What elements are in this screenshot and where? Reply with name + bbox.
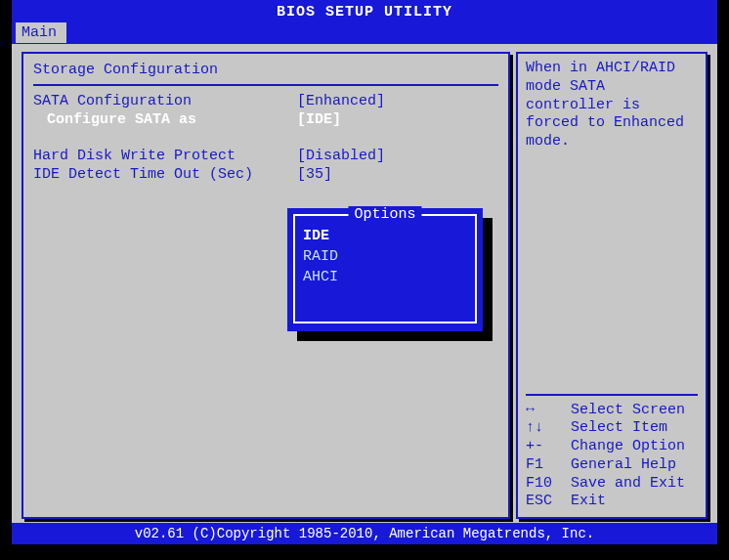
tab-row: Main bbox=[12, 22, 717, 44]
action: General Help bbox=[571, 456, 676, 475]
settings-panel: Storage Configuration SATA Configuration… bbox=[21, 52, 510, 519]
row-hd-write-protect[interactable]: Hard Disk Write Protect [Disabled] bbox=[23, 147, 508, 165]
key-row: F10 Save and Exit bbox=[526, 475, 698, 494]
app-title: BIOS SETUP UTILITY bbox=[277, 4, 452, 21]
help-text: When in AHCI/RAID mode SATA controller i… bbox=[526, 60, 698, 151]
row-sata-configuration[interactable]: SATA Configuration [Enhanced] bbox=[23, 92, 508, 110]
row-configure-sata-as[interactable]: Configure SATA as [IDE] bbox=[23, 110, 508, 129]
label: IDE Detect Time Out (Sec) bbox=[33, 166, 297, 183]
title-bar: BIOS SETUP UTILITY bbox=[12, 0, 717, 22]
value: [Enhanced] bbox=[297, 93, 385, 109]
popup-title: Options bbox=[348, 206, 421, 223]
divider bbox=[526, 394, 698, 396]
footer-text: v02.61 (C)Copyright 1985-2010, American … bbox=[135, 526, 594, 541]
key: +- bbox=[526, 438, 571, 456]
label: Configure SATA as bbox=[33, 111, 297, 128]
value: [35] bbox=[297, 166, 332, 183]
option-ahci[interactable]: AHCI bbox=[295, 267, 475, 287]
key-legend: ↔ Select Screen ↑↓ Select Item +- Change… bbox=[526, 388, 698, 512]
tab-main[interactable]: Main bbox=[16, 22, 66, 43]
value: [IDE] bbox=[297, 111, 341, 128]
key: F1 bbox=[526, 456, 571, 475]
key-row: ESC Exit bbox=[526, 493, 698, 511]
label: Hard Disk Write Protect bbox=[33, 148, 297, 164]
section-title: Storage Configuration bbox=[23, 54, 508, 80]
key-row: F1 General Help bbox=[526, 456, 698, 475]
main-body: Storage Configuration SATA Configuration… bbox=[12, 44, 717, 523]
options-popup: Options IDE RAID AHCI bbox=[287, 208, 483, 331]
key-row: ↑↓ Select Item bbox=[526, 419, 698, 438]
option-raid[interactable]: RAID bbox=[295, 246, 475, 267]
footer-bar: v02.61 (C)Copyright 1985-2010, American … bbox=[12, 523, 717, 544]
value: [Disabled] bbox=[297, 148, 385, 164]
key: ESC bbox=[526, 493, 571, 511]
key-row: +- Change Option bbox=[526, 438, 698, 456]
key: F10 bbox=[526, 475, 571, 494]
key-row: ↔ Select Screen bbox=[526, 402, 698, 420]
row-ide-detect-timeout[interactable]: IDE Detect Time Out (Sec) [35] bbox=[23, 165, 508, 184]
popup-inner: Options IDE RAID AHCI bbox=[293, 214, 477, 323]
key: ↑↓ bbox=[526, 419, 571, 438]
label: SATA Configuration bbox=[33, 93, 297, 109]
action: Exit bbox=[571, 493, 606, 511]
action: Change Option bbox=[571, 438, 685, 456]
action: Select Screen bbox=[571, 402, 685, 420]
bios-screen: BIOS SETUP UTILITY Main Storage Configur… bbox=[0, 0, 729, 560]
key: ↔ bbox=[526, 402, 571, 420]
action: Select Item bbox=[571, 419, 667, 438]
option-ide[interactable]: IDE bbox=[295, 226, 475, 246]
divider bbox=[33, 84, 498, 86]
help-panel: When in AHCI/RAID mode SATA controller i… bbox=[516, 52, 708, 519]
blank-row bbox=[23, 129, 508, 147]
action: Save and Exit bbox=[571, 475, 685, 494]
